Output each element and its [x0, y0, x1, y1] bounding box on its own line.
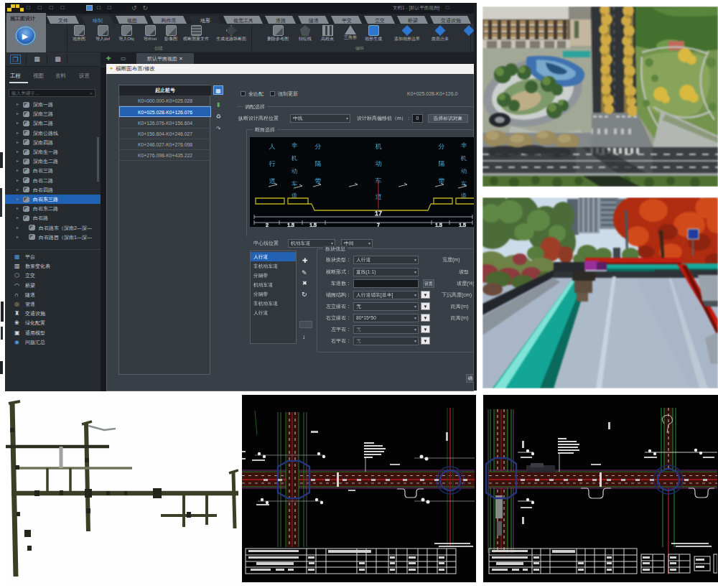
svg-text:行: 行 — [269, 160, 276, 167]
svg-text:隔: 隔 — [439, 160, 445, 167]
svg-text:1.5: 1.5 — [309, 223, 317, 227]
svg-text:1.5: 1.5 — [435, 223, 442, 227]
svg-text:2: 2 — [266, 223, 269, 227]
svg-text:车: 车 — [292, 181, 297, 187]
svg-text:人: 人 — [269, 143, 276, 150]
svg-text:机: 机 — [376, 143, 382, 150]
svg-text:1.5: 1.5 — [459, 223, 466, 227]
svg-text:分: 分 — [315, 143, 322, 150]
svg-text:隔: 隔 — [315, 160, 322, 167]
svg-text:动: 动 — [376, 160, 382, 167]
svg-text:非: 非 — [461, 142, 467, 149]
svg-text:机: 机 — [291, 155, 297, 162]
svg-text:机: 机 — [460, 155, 467, 162]
svg-text:动: 动 — [292, 168, 297, 174]
svg-text:1.5: 1.5 — [287, 223, 294, 227]
svg-text:分: 分 — [439, 143, 445, 150]
svg-text:7: 7 — [377, 223, 380, 227]
svg-text:17: 17 — [375, 210, 382, 217]
svg-text:动: 动 — [461, 168, 467, 174]
svg-text:非: 非 — [292, 142, 297, 149]
